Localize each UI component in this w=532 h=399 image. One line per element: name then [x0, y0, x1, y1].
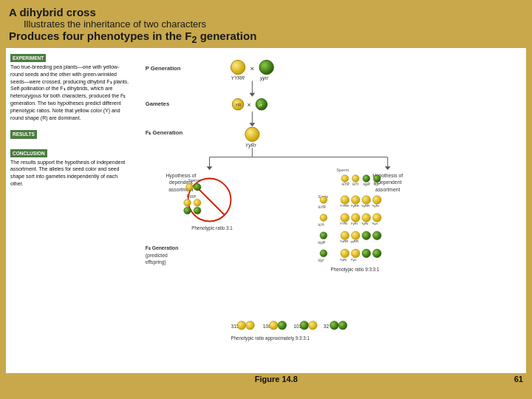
experiment-label: EXPERIMENT	[10, 54, 46, 62]
svg-point-103	[300, 321, 309, 330]
svg-point-101	[278, 321, 287, 330]
conclusion-label: CONCLUSION	[10, 149, 47, 157]
svg-text:YR: YR	[235, 103, 241, 107]
svg-text:Gametes: Gametes	[146, 100, 170, 107]
svg-point-86	[351, 249, 360, 258]
svg-text:¼yR: ¼yR	[363, 183, 370, 186]
svg-text:Eggs: Eggs	[187, 194, 197, 198]
svg-text:yyrr: yyrr	[259, 75, 269, 81]
right-panel: P Generation YYRR × yyrr Gametes YR × yr	[135, 48, 526, 373]
svg-text:¼Yr: ¼Yr	[318, 223, 324, 227]
svg-point-62	[351, 196, 360, 205]
svg-text:yyRR: yyRR	[351, 239, 359, 243]
svg-text:YyRr: YyRr	[351, 222, 358, 225]
svg-point-104	[309, 321, 318, 330]
svg-point-90	[372, 249, 381, 258]
svg-marker-23	[207, 166, 213, 170]
svg-text:assortment: assortment	[375, 187, 400, 192]
svg-text:yyrr: yyrr	[372, 258, 378, 262]
diagram-svg: P Generation YYRR × yyrr Gametes YR × yr	[138, 51, 523, 370]
header: A dihybrid cross Illustrates the inherit…	[0, 0, 532, 48]
svg-text:¼Yr: ¼Yr	[352, 183, 358, 186]
svg-point-84	[341, 249, 349, 258]
svg-point-52	[320, 197, 327, 204]
svg-text:YYRr: YYRr	[340, 222, 348, 225]
svg-marker-24	[385, 166, 391, 170]
svg-text:×: ×	[248, 101, 251, 109]
svg-point-78	[351, 231, 360, 240]
svg-text:Sperm: Sperm	[188, 178, 201, 183]
figure-label: Figure 14.8	[38, 375, 514, 383]
svg-point-56	[320, 232, 327, 239]
svg-point-106	[330, 321, 339, 330]
svg-text:YyRr: YyRr	[245, 143, 257, 149]
svg-text:yyRR: yyRR	[361, 239, 369, 243]
svg-text:offspring): offspring)	[146, 259, 166, 265]
svg-text:Phenotypic ratio 9:3:3:1: Phenotypic ratio 9:3:3:1	[330, 267, 379, 273]
svg-point-74	[372, 214, 381, 222]
svg-text:¼yr: ¼yr	[373, 183, 379, 186]
svg-text:Phenotypic ratio approximately: Phenotypic ratio approximately 9:3:3:1	[231, 335, 310, 341]
svg-point-97	[237, 321, 246, 330]
svg-text:YyRr: YyRr	[340, 258, 347, 262]
results-label: RESULTS	[10, 130, 37, 138]
svg-point-0	[231, 60, 245, 74]
svg-point-107	[338, 321, 347, 330]
svg-point-66	[372, 196, 381, 205]
svg-point-34	[186, 183, 194, 191]
footer: Figure 14.8 61	[0, 373, 532, 385]
title-line3-text: Produces four phenotypes in the F	[9, 30, 192, 42]
title-line2: Illustrates the inheritance of two chara…	[9, 18, 523, 30]
svg-marker-6	[250, 93, 256, 97]
svg-text:¼YR: ¼YR	[318, 205, 326, 209]
svg-text:YyRr: YyRr	[372, 204, 379, 208]
svg-text:F₁ Generation: F₁ Generation	[146, 129, 183, 136]
svg-point-64	[362, 196, 371, 205]
svg-point-72	[362, 214, 371, 222]
svg-text:(predicted: (predicted	[146, 253, 168, 259]
svg-point-100	[270, 321, 279, 330]
svg-point-44	[352, 175, 359, 183]
main-content: EXPERIMENT Two true-breeding pea plants—…	[6, 48, 526, 373]
svg-point-35	[194, 183, 201, 191]
svg-marker-14	[250, 123, 256, 126]
title-line3: Produces four phenotypes in the F2 gener…	[9, 30, 523, 45]
svg-point-60	[341, 196, 349, 205]
svg-point-46	[373, 175, 381, 183]
left-panel: EXPERIMENT Two true-breeding pea plants—…	[6, 48, 135, 373]
svg-point-39	[194, 200, 201, 207]
svg-text:Yyrr: Yyrr	[372, 222, 378, 225]
svg-text:¼YR: ¼YR	[341, 183, 349, 186]
svg-text:YYRR: YYRR	[231, 75, 245, 81]
svg-point-38	[184, 207, 191, 214]
svg-point-82	[372, 231, 381, 240]
svg-text:¼yR: ¼yR	[318, 241, 325, 245]
svg-text:YYRR: YYRR	[340, 204, 349, 208]
title-line1: A dihybrid cross	[9, 6, 523, 18]
svg-point-76	[341, 231, 349, 240]
svg-text:YyRR: YyRR	[340, 239, 348, 243]
svg-text:yyRr: yyRr	[372, 239, 378, 243]
svg-point-43	[341, 175, 349, 183]
conclusion-text: The results support the hypothesis of in…	[10, 159, 131, 188]
svg-text:¼yr: ¼yr	[318, 259, 324, 262]
svg-point-58	[320, 250, 327, 257]
svg-text:32: 32	[324, 324, 330, 329]
svg-point-98	[246, 321, 255, 330]
experiment-text: Two true-breeding pea plants—one with ye…	[10, 64, 131, 121]
svg-text:yyRr: yyRr	[361, 258, 368, 262]
svg-text:YyRR: YyRR	[351, 204, 359, 208]
svg-point-37	[184, 200, 191, 207]
page-number: 61	[514, 375, 523, 383]
svg-text:YyRR: YyRR	[361, 204, 369, 208]
svg-point-3	[259, 60, 273, 74]
svg-point-68	[341, 214, 349, 222]
svg-point-45	[363, 175, 370, 183]
svg-point-40	[194, 207, 201, 214]
svg-text:F₂ Generation: F₂ Generation	[146, 245, 179, 250]
svg-point-80	[362, 231, 371, 240]
svg-point-88	[362, 249, 371, 258]
svg-text:×: ×	[250, 64, 254, 72]
svg-text:Phenotypic ratio 3:1: Phenotypic ratio 3:1	[191, 225, 233, 231]
title-line3-end: generation	[197, 30, 256, 42]
